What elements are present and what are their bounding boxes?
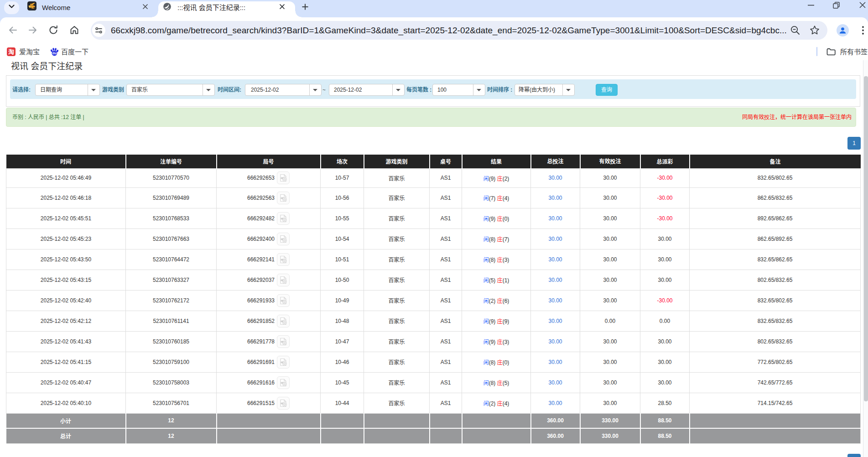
svg-text:du: du	[52, 51, 57, 55]
